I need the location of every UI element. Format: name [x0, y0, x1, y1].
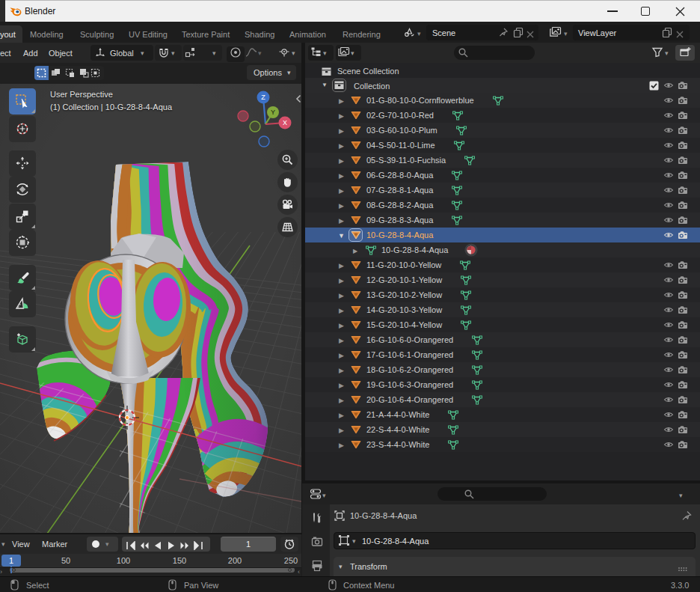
svg-text:Y: Y	[271, 109, 275, 116]
svg-text:Z: Z	[261, 94, 265, 101]
svg-text:X: X	[283, 119, 287, 126]
